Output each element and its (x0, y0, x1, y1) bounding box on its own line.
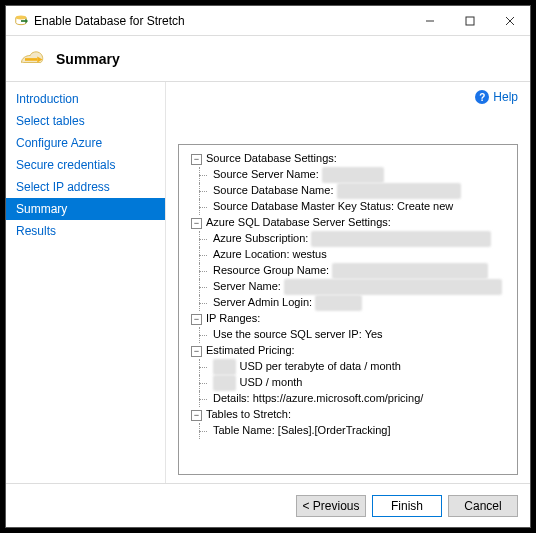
nav-introduction[interactable]: Introduction (6, 88, 165, 110)
tree-section-source-db[interactable]: −Source Database Settings: Source Server… (187, 151, 511, 215)
finish-button[interactable]: Finish (372, 495, 442, 517)
wizard-footer: < Previous Finish Cancel (6, 483, 530, 527)
tree-leaf: Server Name: ███████████████████████████… (209, 279, 511, 295)
tree-section-ip-ranges[interactable]: −IP Ranges: Use the source SQL server IP… (187, 311, 511, 343)
tree-leaf: Azure Location: westus (209, 247, 511, 263)
svg-rect-3 (466, 17, 474, 25)
help-icon: ? (475, 90, 489, 104)
collapse-icon[interactable]: − (191, 154, 202, 165)
close-button[interactable] (490, 6, 530, 35)
maximize-button[interactable] (450, 6, 490, 35)
tree-section-tables[interactable]: −Tables to Stretch: Table Name: [Sales].… (187, 407, 511, 439)
tree-leaf: ███ USD per terabyte of data / month (209, 359, 511, 375)
collapse-icon[interactable]: − (191, 410, 202, 421)
svg-point-0 (16, 15, 27, 19)
help-link[interactable]: Help (493, 90, 518, 104)
summary-tree: −Source Database Settings: Source Server… (178, 144, 518, 475)
db-icon (14, 14, 28, 28)
tree-leaf: Details: https://azure.microsoft.com/pri… (209, 391, 511, 407)
dialog-window: Enable Database for Stretch Summary Intr… (5, 5, 531, 528)
page-title: Summary (56, 51, 120, 67)
nav-configure-azure[interactable]: Configure Azure (6, 132, 165, 154)
tree-leaf: Table Name: [Sales].[OrderTracking] (209, 423, 511, 439)
wizard-header: Summary (6, 36, 530, 82)
cancel-button[interactable]: Cancel (448, 495, 518, 517)
window-title: Enable Database for Stretch (34, 14, 410, 28)
tree-section-azure-server[interactable]: −Azure SQL Database Server Settings: Azu… (187, 215, 511, 311)
wizard-nav: Introduction Select tables Configure Azu… (6, 82, 166, 483)
nav-secure-credentials[interactable]: Secure credentials (6, 154, 165, 176)
tree-leaf: Use the source SQL server IP: Yes (209, 327, 511, 343)
nav-select-ip-address[interactable]: Select IP address (6, 176, 165, 198)
minimize-button[interactable] (410, 6, 450, 35)
nav-results[interactable]: Results (6, 220, 165, 242)
tree-leaf: Source Server Name: ████████ (209, 167, 511, 183)
titlebar: Enable Database for Stretch (6, 6, 530, 36)
previous-button[interactable]: < Previous (296, 495, 366, 517)
tree-leaf: Server Admin Login: ██████ (209, 295, 511, 311)
nav-summary[interactable]: Summary (6, 198, 165, 220)
tree-leaf: Source Database Master Key Status: Creat… (209, 199, 511, 215)
collapse-icon[interactable]: − (191, 218, 202, 229)
tree-leaf: ███ USD / month (209, 375, 511, 391)
nav-select-tables[interactable]: Select tables (6, 110, 165, 132)
tree-section-pricing[interactable]: −Estimated Pricing: ███ USD per terabyte… (187, 343, 511, 407)
stretch-icon (18, 45, 46, 73)
tree-leaf: Resource Group Name: ███████████████████… (209, 263, 511, 279)
collapse-icon[interactable]: − (191, 314, 202, 325)
svg-rect-6 (25, 58, 37, 61)
collapse-icon[interactable]: − (191, 346, 202, 357)
tree-leaf: Source Database Name: ████████████████ (209, 183, 511, 199)
tree-leaf: Azure Subscription: ████████████████████… (209, 231, 511, 247)
